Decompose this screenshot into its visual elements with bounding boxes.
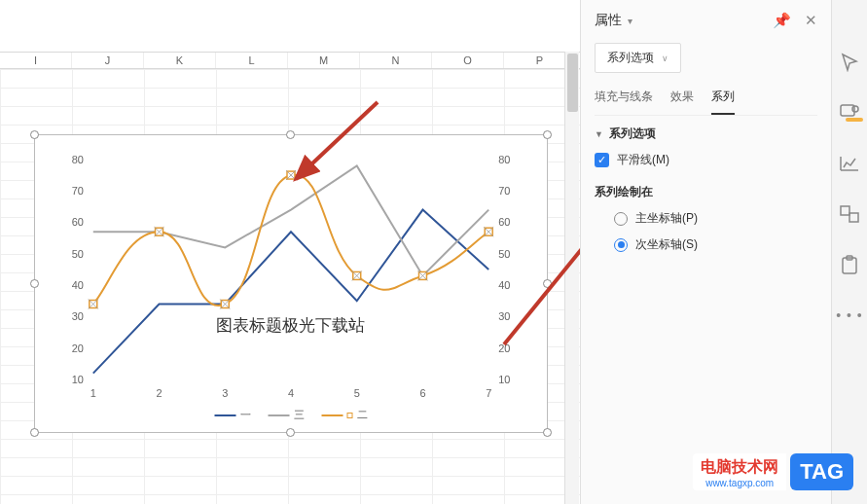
y-right-tick: 50 bbox=[498, 248, 510, 260]
y-left-tick: 60 bbox=[72, 216, 84, 228]
svg-rect-5 bbox=[849, 213, 858, 222]
tab-fill-and-line[interactable]: 填充与线条 bbox=[595, 89, 653, 115]
radio-secondary-axis[interactable]: 次坐标轴(S) bbox=[614, 236, 817, 253]
triangle-down-icon: ▼ bbox=[595, 129, 603, 139]
panel-title[interactable]: 属性 ▾ bbox=[595, 12, 632, 29]
more-icon[interactable]: • • • bbox=[836, 304, 862, 327]
panel-tabs: 填充与线条 效果 系列 bbox=[595, 89, 817, 116]
y-left-tick: 40 bbox=[72, 279, 84, 291]
radio-icon bbox=[614, 238, 628, 252]
replace-icon[interactable] bbox=[840, 202, 859, 226]
y-left-tick: 10 bbox=[72, 374, 84, 385]
chart-series-line[interactable] bbox=[93, 175, 488, 306]
radio-label: 次坐标轴(S) bbox=[635, 236, 698, 253]
dropdown-label: 系列选项 bbox=[607, 50, 654, 66]
y-right-tick: 20 bbox=[498, 342, 510, 354]
col-header[interactable]: I bbox=[0, 53, 72, 68]
format-icon[interactable] bbox=[839, 101, 860, 125]
column-headers: I J K L M N O P bbox=[0, 52, 580, 69]
col-header[interactable]: K bbox=[144, 53, 216, 68]
y-right-tick: 80 bbox=[498, 154, 510, 165]
y-left-tick: 20 bbox=[72, 342, 84, 354]
clipboard-icon[interactable] bbox=[841, 253, 858, 276]
y-right-tick: 70 bbox=[498, 185, 510, 197]
pin-icon[interactable]: 📌 bbox=[773, 12, 791, 29]
svg-rect-4 bbox=[841, 206, 849, 215]
right-mini-toolbar: • • • bbox=[831, 0, 867, 504]
radio-label: 主坐标轴(P) bbox=[635, 210, 698, 227]
chevron-down-icon: ∨ bbox=[662, 54, 668, 63]
vertical-scrollbar[interactable] bbox=[564, 52, 579, 504]
col-header[interactable]: J bbox=[72, 53, 144, 68]
legend-item-series-1[interactable]: 一 bbox=[215, 408, 251, 422]
smooth-line-checkbox[interactable]: ✓ 平滑线(M) bbox=[595, 152, 817, 168]
checkbox-icon: ✓ bbox=[595, 153, 609, 167]
y-right-tick: 30 bbox=[498, 310, 510, 322]
chart-object[interactable]: 102030405060708010203040506070801234567图… bbox=[34, 134, 548, 433]
col-header[interactable]: O bbox=[432, 53, 504, 68]
legend-text: 二 bbox=[357, 408, 368, 422]
tab-effects[interactable]: 效果 bbox=[670, 89, 694, 115]
col-header[interactable]: N bbox=[360, 53, 432, 68]
svg-point-3 bbox=[852, 106, 858, 112]
chart-legend: 一 三 二 bbox=[215, 408, 368, 422]
cursor-icon[interactable] bbox=[840, 51, 859, 74]
chart-series-line[interactable] bbox=[93, 165, 488, 275]
plot-series-on-label: 系列绘制在 bbox=[595, 184, 817, 200]
chart-title[interactable]: 图表标题极光下载站 bbox=[216, 316, 365, 335]
properties-panel: 属性 ▾ 📌 ✕ 系列选项 ∨ 填充与线条 效果 系列 ▼ 系列选项 ✓ 平滑线… bbox=[580, 0, 831, 504]
y-right-tick: 60 bbox=[498, 216, 510, 228]
spreadsheet-area: I J K L M N O P 102030405060708010203040… bbox=[0, 0, 580, 504]
x-tick: 5 bbox=[354, 387, 360, 399]
watermark: 电脑技术网 www.tagxp.com TAG bbox=[693, 453, 853, 490]
col-header[interactable]: L bbox=[216, 53, 288, 68]
x-tick: 4 bbox=[288, 387, 294, 399]
panel-title-text: 属性 bbox=[595, 12, 622, 29]
watermark-title: 电脑技术网 bbox=[701, 457, 778, 478]
legend-item-series-3[interactable]: 三 bbox=[269, 408, 305, 422]
col-header[interactable]: M bbox=[288, 53, 360, 68]
radio-primary-axis[interactable]: 主坐标轴(P) bbox=[614, 210, 817, 227]
y-left-tick: 80 bbox=[72, 154, 84, 165]
checkbox-label: 平滑线(M) bbox=[617, 152, 669, 168]
scrollbar-thumb[interactable] bbox=[567, 54, 578, 112]
close-icon[interactable]: ✕ bbox=[805, 12, 817, 29]
y-left-tick: 50 bbox=[72, 248, 84, 260]
section-series-options[interactable]: ▼ 系列选项 bbox=[595, 126, 817, 142]
tab-series[interactable]: 系列 bbox=[711, 89, 735, 115]
chart-series-line[interactable] bbox=[93, 210, 488, 374]
x-tick: 1 bbox=[90, 387, 96, 399]
legend-text: 一 bbox=[240, 408, 251, 422]
chart-icon[interactable] bbox=[840, 152, 859, 175]
chart-plot: 102030405060708010203040506070801234567图… bbox=[35, 135, 547, 433]
y-left-tick: 70 bbox=[72, 185, 84, 197]
watermark-url: www.tagxp.com bbox=[701, 478, 778, 488]
x-tick: 6 bbox=[419, 387, 425, 399]
chevron-down-icon: ▾ bbox=[628, 16, 632, 26]
section-title: 系列选项 bbox=[609, 126, 656, 142]
y-right-tick: 40 bbox=[498, 279, 510, 291]
radio-icon bbox=[614, 212, 628, 226]
legend-text: 三 bbox=[294, 408, 305, 422]
x-tick: 7 bbox=[486, 387, 491, 399]
x-tick: 3 bbox=[222, 387, 228, 399]
series-options-dropdown[interactable]: 系列选项 ∨ bbox=[595, 43, 681, 73]
watermark-tag: TAG bbox=[790, 453, 853, 490]
legend-item-series-2[interactable]: 二 bbox=[322, 408, 368, 422]
y-right-tick: 10 bbox=[498, 374, 510, 385]
y-left-tick: 30 bbox=[72, 310, 84, 322]
x-tick: 2 bbox=[156, 387, 162, 399]
